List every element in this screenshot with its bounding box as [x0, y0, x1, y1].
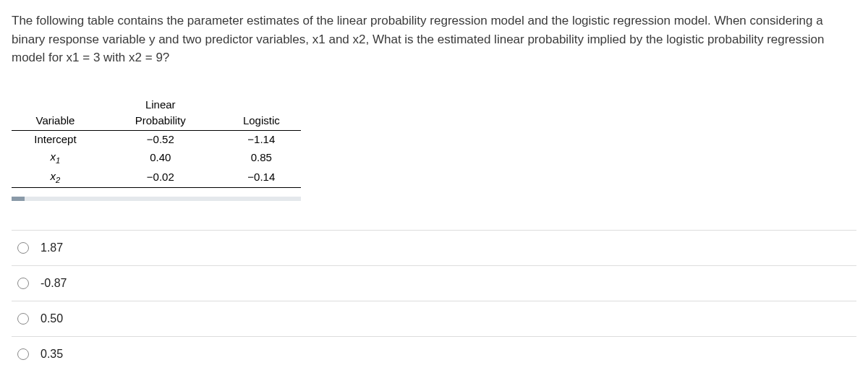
- option-3[interactable]: 0.50: [12, 301, 856, 336]
- cell-linear: 0.40: [99, 148, 222, 168]
- option-label: 0.50: [41, 310, 63, 327]
- cell-variable: Intercept: [12, 130, 99, 148]
- cell-linear: −0.52: [99, 130, 222, 148]
- question-text: The following table contains the paramet…: [12, 12, 856, 67]
- cell-linear: −0.02: [99, 168, 222, 187]
- radio-icon: [17, 242, 29, 254]
- option-4[interactable]: 0.35: [12, 336, 856, 372]
- option-label: 1.87: [41, 239, 63, 257]
- option-label: -0.87: [41, 275, 67, 292]
- radio-icon: [17, 313, 29, 325]
- table-header-logistic: Logistic: [222, 96, 301, 131]
- table-row: x1 0.40 0.85: [12, 148, 301, 168]
- scroll-indicator: [12, 197, 301, 201]
- option-2[interactable]: -0.87: [12, 265, 856, 301]
- cell-logistic: 0.85: [222, 148, 301, 168]
- option-label: 0.35: [41, 346, 63, 363]
- table-row: Intercept −0.52 −1.14: [12, 130, 301, 148]
- table-header-variable: Variable: [12, 96, 99, 131]
- cell-variable: x1: [12, 148, 99, 168]
- radio-icon: [17, 278, 29, 289]
- table-row: x2 −0.02 −0.14: [12, 168, 301, 187]
- answer-options: 1.87 -0.87 0.50 0.35: [12, 230, 856, 372]
- table-header-linear: Linear Probability: [99, 96, 222, 131]
- cell-variable: x2: [12, 168, 99, 187]
- cell-logistic: −0.14: [222, 168, 301, 187]
- radio-icon: [17, 348, 29, 360]
- option-1[interactable]: 1.87: [12, 230, 856, 265]
- cell-logistic: −1.14: [222, 130, 301, 148]
- parameter-table: Variable Linear Probability Logistic Int…: [12, 96, 301, 188]
